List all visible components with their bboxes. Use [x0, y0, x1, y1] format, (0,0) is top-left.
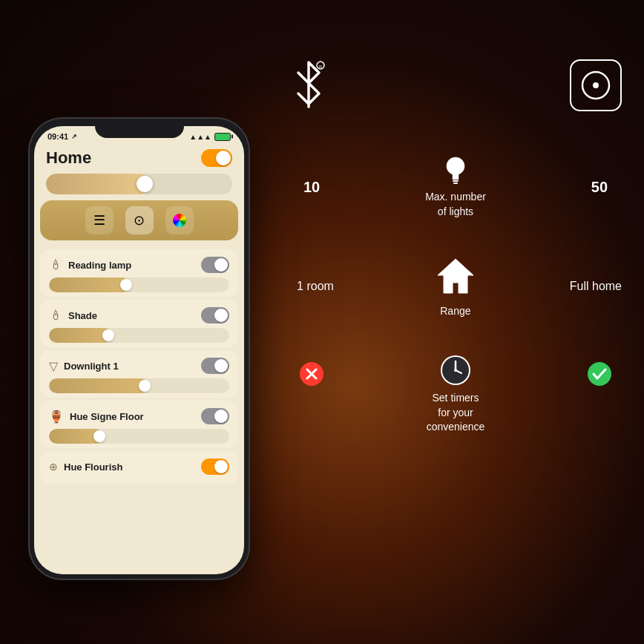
light-item-top: ▽ Downlight 1: [49, 358, 229, 374]
slider-thumb: [139, 380, 151, 392]
clock-icon: [439, 354, 472, 387]
light-name: Reading lamp: [68, 260, 131, 271]
light-item-left: ▽ Downlight 1: [49, 359, 119, 373]
brightness-slider[interactable]: [46, 174, 232, 194]
light-toggle-0[interactable]: [201, 257, 229, 273]
light-item-left: 🕯 Reading lamp: [49, 257, 131, 273]
range-left: 1 room: [289, 280, 341, 293]
tabs-row: ☰ ⊙: [40, 200, 238, 240]
status-time: 09:41 ↗: [47, 132, 77, 141]
ceiling-lamp-icon: ⊕: [49, 461, 58, 473]
slider-thumb: [93, 430, 105, 442]
range-row: 1 room Range Full home: [289, 256, 622, 317]
slider-fill: [49, 378, 148, 393]
light-toggle-4[interactable]: [201, 459, 229, 475]
phone-body: 09:41 ↗ ▲▲▲ Home ☰: [30, 119, 249, 579]
max-lights-left: 10: [289, 179, 334, 196]
brightness-thumb: [137, 176, 153, 192]
icon-row-top: R: [289, 59, 622, 111]
bridge-svg: [579, 69, 612, 102]
downlight-icon: ▽: [49, 359, 58, 373]
slider-fill: [49, 277, 130, 292]
svg-text:R: R: [319, 64, 323, 70]
tab-rooms[interactable]: ⊙: [125, 206, 154, 234]
light-toggle-3[interactable]: [201, 408, 229, 424]
bulb-icon: 🕯: [49, 257, 62, 273]
house-svg: [435, 256, 476, 295]
location-icon: ↗: [71, 133, 77, 140]
home-toggle[interactable]: [201, 149, 232, 167]
bluetooth-icon: R: [289, 59, 328, 110]
svg-point-15: [588, 362, 611, 386]
light-item-top: 🕯 Reading lamp: [49, 257, 229, 273]
phone-mockup: 09:41 ↗ ▲▲▲ Home ☰: [30, 119, 249, 579]
status-icons: ▲▲▲: [189, 133, 231, 141]
bulb-icon: 🕯: [49, 308, 62, 323]
house-icon: [435, 256, 476, 300]
brightness-fill: [46, 174, 148, 194]
svg-point-3: [593, 82, 599, 88]
max-lights-right: 50: [577, 179, 622, 196]
tab-list[interactable]: ☰: [85, 206, 114, 234]
light-slider-2[interactable]: [49, 378, 229, 393]
tab-color[interactable]: [165, 206, 194, 234]
light-slider-3[interactable]: [49, 429, 229, 444]
light-item-top: ⊕ Hue Flourish: [49, 459, 229, 475]
max-lights-label: Max. numberof lights: [425, 190, 486, 219]
light-name: Downlight 1: [64, 361, 119, 372]
light-toggle-1[interactable]: [201, 307, 229, 323]
light-toggle-2[interactable]: [201, 358, 229, 374]
svg-marker-6: [438, 259, 473, 293]
bluetooth-block: R: [289, 59, 328, 111]
light-item: 🕯 Shade: [40, 300, 238, 347]
light-item: 🕯 Reading lamp: [40, 249, 238, 297]
light-slider-1[interactable]: [49, 328, 229, 343]
range-label: Range: [440, 305, 470, 317]
light-item: 🏺 Hue Signe Floor: [40, 401, 238, 448]
light-name: Hue Signe Floor: [70, 411, 144, 422]
lightbulb-icon: [445, 156, 466, 185]
timer-check: [577, 354, 622, 392]
wifi-icon: ▲▲▲: [189, 133, 211, 141]
slider-thumb: [102, 329, 114, 341]
color-icon: [173, 214, 186, 227]
timer-label: Set timersfor yourconvenience: [427, 391, 485, 435]
max-lights-center: Max. numberof lights: [425, 156, 486, 219]
timer-center: Set timersfor yourconvenience: [427, 354, 485, 435]
light-item-top: 🏺 Hue Signe Floor: [49, 408, 229, 424]
list-icon: ☰: [93, 212, 105, 229]
cross-icon: [299, 361, 324, 387]
light-list: 🕯 Reading lamp 🕯 Sh: [34, 240, 244, 493]
battery-icon: [214, 133, 231, 141]
light-item-left: ⊕ Hue Flourish: [49, 461, 122, 473]
slider-thumb: [120, 279, 132, 291]
home-title: Home: [46, 148, 91, 168]
phone-notch: [95, 119, 184, 138]
floor-lamp-icon: 🏺: [49, 410, 64, 424]
timer-row: Set timersfor yourconvenience: [289, 354, 622, 435]
range-center: Range: [435, 256, 476, 317]
time-display: 09:41: [47, 132, 68, 141]
light-slider-0[interactable]: [49, 277, 229, 292]
home-header: Home: [34, 142, 244, 171]
light-item-left: 🏺 Hue Signe Floor: [49, 410, 144, 424]
svg-rect-5: [453, 183, 458, 184]
timer-cross: [289, 354, 334, 392]
max-lights-row: 10 Max. numberof lights 50: [289, 156, 622, 219]
light-item: ▽ Downlight 1: [40, 350, 238, 398]
light-item-top: 🕯 Shade: [49, 307, 229, 323]
range-right: Full home: [570, 280, 622, 293]
info-panel: R 10 Max. numberof lights: [289, 59, 622, 435]
rooms-icon: ⊙: [134, 212, 145, 229]
phone-screen: 09:41 ↗ ▲▲▲ Home ☰: [34, 126, 244, 574]
light-name: Shade: [68, 310, 97, 321]
check-icon: [587, 361, 612, 387]
bridge-icon: [570, 59, 622, 111]
light-item-left: 🕯 Shade: [49, 308, 97, 323]
svg-rect-4: [453, 180, 459, 182]
light-item: ⊕ Hue Flourish: [40, 451, 238, 484]
bridge-block: [570, 59, 622, 111]
light-name: Hue Flourish: [64, 461, 122, 473]
